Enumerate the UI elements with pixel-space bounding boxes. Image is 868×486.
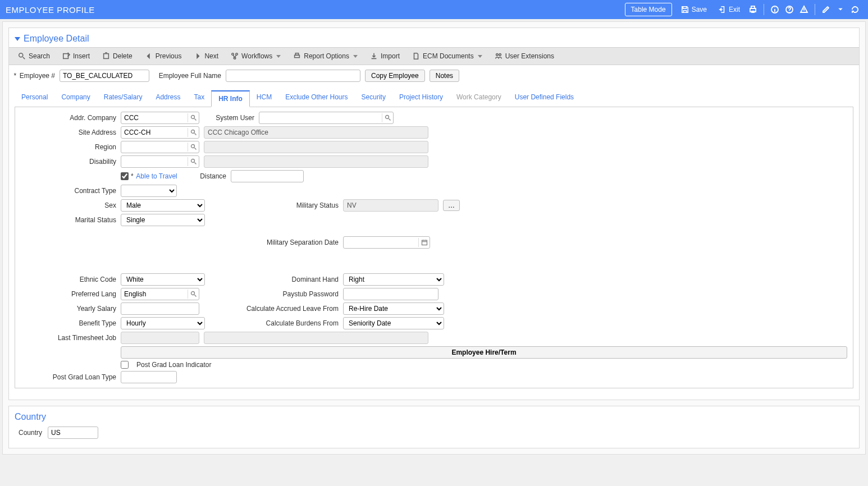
region-lookup[interactable] xyxy=(121,141,199,153)
tab-hcm[interactable]: HCM xyxy=(250,90,278,107)
save-icon xyxy=(681,6,689,13)
contract-type-label: Contract Type xyxy=(21,187,116,195)
hire-term-button[interactable]: Employee Hire/Term xyxy=(121,346,847,359)
accrued-leave-select[interactable]: Re-Hire Date xyxy=(343,302,444,315)
title-bar: EMPLOYEE PROFILE Table Mode Save Exit xyxy=(0,0,868,19)
help-icon-button[interactable] xyxy=(782,2,797,17)
paystub-pw-input[interactable] xyxy=(343,288,438,300)
full-name-input[interactable] xyxy=(226,70,360,82)
workflows-button[interactable]: Workflows xyxy=(225,50,286,62)
military-status-label: Military Status xyxy=(209,201,339,209)
disability-lookup[interactable] xyxy=(121,155,199,168)
post-grad-type-input[interactable] xyxy=(121,371,177,383)
dominant-hand-label: Dominant Hand xyxy=(209,276,339,283)
previous-button[interactable]: Previous xyxy=(139,50,188,62)
post-grad-loan-checkbox[interactable] xyxy=(121,361,129,369)
region-label: Region xyxy=(21,143,116,151)
insert-button[interactable]: Insert xyxy=(57,50,95,62)
user-extensions-button[interactable]: User Extensions xyxy=(489,50,560,62)
tab-personal[interactable]: Personal xyxy=(15,90,54,107)
tab-company[interactable]: Company xyxy=(54,90,97,107)
ethnic-select[interactable]: White xyxy=(121,273,205,286)
addr-company-input[interactable] xyxy=(124,113,188,123)
svg-rect-6 xyxy=(63,54,68,59)
svg-point-21 xyxy=(191,292,194,295)
workflow-icon xyxy=(231,52,239,60)
save-button[interactable]: Save xyxy=(675,3,712,16)
marital-select[interactable]: Single xyxy=(121,214,205,226)
dropdown-icon-button[interactable] xyxy=(833,2,848,17)
dominant-hand-select[interactable]: Right xyxy=(343,273,444,286)
edit-icon-button[interactable] xyxy=(819,2,833,17)
mil-sep-date-field[interactable] xyxy=(343,236,430,249)
country-input[interactable] xyxy=(48,427,98,439)
import-button[interactable]: Import xyxy=(364,50,405,62)
employee-detail-header[interactable]: Employee Detail xyxy=(9,28,859,47)
document-icon xyxy=(412,52,420,60)
app-title: EMPLOYEE PROFILE xyxy=(6,5,95,15)
tab-exclude[interactable]: Exclude Other Hours xyxy=(278,90,354,107)
site-address-desc: CCC Chicago Office xyxy=(204,126,428,139)
site-address-lookup[interactable] xyxy=(121,126,199,139)
search-icon[interactable] xyxy=(188,143,199,152)
next-button[interactable]: Next xyxy=(188,50,224,62)
chevron-down-icon xyxy=(478,55,482,58)
tab-security[interactable]: Security xyxy=(355,90,392,107)
calendar-icon[interactable] xyxy=(418,238,430,247)
alert-icon-button[interactable] xyxy=(797,2,811,17)
region-desc xyxy=(204,141,428,153)
report-options-button[interactable]: Report Options xyxy=(287,50,363,62)
contract-type-select[interactable] xyxy=(121,185,177,197)
pref-lang-input[interactable] xyxy=(124,289,188,299)
search-button[interactable]: Search xyxy=(12,50,56,62)
distance-input[interactable] xyxy=(231,170,304,182)
notes-button[interactable]: Notes xyxy=(430,70,459,82)
search-icon[interactable] xyxy=(188,157,199,166)
military-status-picker-button[interactable]: … xyxy=(443,200,460,211)
tab-address[interactable]: Address xyxy=(149,90,187,107)
svg-point-19 xyxy=(191,159,194,163)
tab-udf[interactable]: User Defined Fields xyxy=(508,90,581,107)
site-address-input[interactable] xyxy=(124,127,188,137)
delete-button[interactable]: Delete xyxy=(97,50,138,62)
tab-project[interactable]: Project History xyxy=(392,90,450,107)
burdens-select[interactable]: Seniority Date xyxy=(343,317,444,329)
region-input[interactable] xyxy=(124,142,188,152)
copy-employee-button[interactable]: Copy Employee xyxy=(365,70,425,82)
print-icon-button[interactable] xyxy=(746,2,760,17)
ecm-documents-button[interactable]: ECM Documents xyxy=(406,50,488,62)
able-to-travel-checkbox[interactable] xyxy=(121,172,129,180)
svg-point-14 xyxy=(499,54,501,56)
pref-lang-lookup[interactable] xyxy=(121,288,199,300)
exit-button[interactable]: Exit xyxy=(712,3,746,16)
employee-num-input[interactable] xyxy=(60,70,149,82)
addr-company-lookup[interactable] xyxy=(121,112,199,124)
refresh-icon-button[interactable] xyxy=(848,2,862,17)
search-icon[interactable] xyxy=(188,290,199,299)
system-user-lookup[interactable] xyxy=(259,112,394,124)
search-icon[interactable] xyxy=(188,128,199,137)
mil-sep-date-input[interactable] xyxy=(346,237,418,247)
yearly-salary-label: Yearly Salary xyxy=(21,305,116,313)
system-user-input[interactable] xyxy=(262,113,382,123)
system-user-label: System User xyxy=(204,114,254,122)
search-icon[interactable] xyxy=(382,113,393,122)
search-icon xyxy=(18,52,26,60)
pref-lang-label: Preferred Lang xyxy=(21,290,116,298)
users-icon xyxy=(495,52,502,60)
table-mode-button[interactable]: Table Mode xyxy=(625,3,672,16)
employee-num-label: Employee # xyxy=(15,72,55,80)
collapse-icon xyxy=(15,37,20,41)
info-icon-button[interactable] xyxy=(768,2,782,17)
sex-select[interactable]: Male xyxy=(121,199,205,212)
tab-tax[interactable]: Tax xyxy=(187,90,211,107)
disability-input[interactable] xyxy=(124,157,188,167)
tab-hrinfo[interactable]: HR Info xyxy=(211,90,250,107)
chevron-down-icon xyxy=(276,55,281,58)
svg-point-17 xyxy=(191,130,194,134)
search-icon[interactable] xyxy=(188,113,199,122)
benefit-type-select[interactable]: Hourly xyxy=(121,317,205,329)
yearly-salary-input[interactable] xyxy=(121,302,199,315)
post-grad-type-label: Post Grad Loan Type xyxy=(21,373,116,381)
tab-rates[interactable]: Rates/Salary xyxy=(97,90,149,107)
